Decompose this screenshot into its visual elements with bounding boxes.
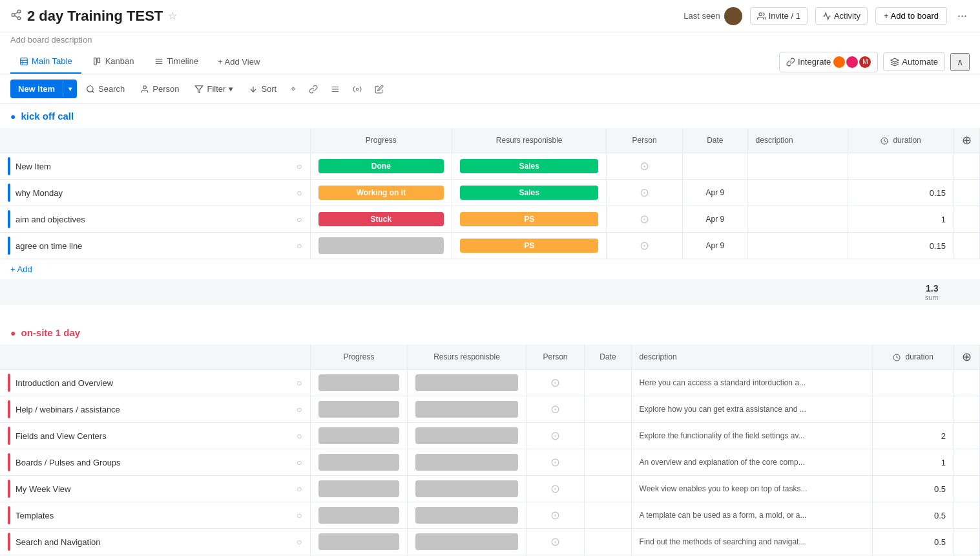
- date-cell: Apr 9: [683, 180, 747, 206]
- invite-button[interactable]: Invite / 1: [750, 7, 808, 25]
- add-row[interactable]: + Add: [0, 259, 980, 280]
- comment-icon[interactable]: ○: [297, 457, 302, 467]
- col-header-resurs: Resurs responisble: [452, 128, 607, 153]
- person-avatar[interactable]: ⊙: [614, 159, 674, 173]
- row-color-bar: [8, 506, 10, 524]
- pin-icon-button[interactable]: ⌖: [286, 80, 301, 98]
- resurs-badge[interactable]: [415, 480, 517, 497]
- board-description[interactable]: Add board description: [0, 32, 980, 50]
- more-options-button[interactable]: ···: [955, 6, 970, 25]
- col-header-desc: description: [631, 345, 872, 370]
- collapse-button[interactable]: ∧: [950, 53, 970, 71]
- group-header-kick-off-call[interactable]: ● kick off call: [0, 104, 980, 128]
- row-color-bar: [8, 237, 10, 255]
- share-icon[interactable]: [10, 9, 22, 23]
- table-row: New Item ○ Done Sales ⊙: [0, 153, 980, 180]
- row-label: Help / webinars / assistance: [16, 405, 120, 414]
- person-avatar[interactable]: ⊙: [614, 239, 674, 253]
- desc-cell: [747, 153, 848, 180]
- row-label: New Item: [16, 162, 51, 171]
- status-badge[interactable]: [318, 374, 400, 391]
- group-toggle-icon[interactable]: ●: [10, 111, 16, 122]
- resurs-badge[interactable]: Sales: [460, 186, 598, 200]
- col-header-desc: description: [747, 128, 848, 153]
- tabs-left: Main Table Kanban Timeline + Add View: [10, 50, 267, 74]
- edit-icon-button[interactable]: [370, 81, 389, 98]
- col-add-button[interactable]: ⊕: [954, 128, 980, 153]
- row-color-bar: [8, 210, 10, 228]
- status-badge[interactable]: Done: [318, 159, 444, 173]
- person-avatar[interactable]: ⊙: [614, 186, 674, 200]
- date-cell: Apr 9: [683, 206, 747, 233]
- comment-icon[interactable]: ○: [297, 431, 302, 441]
- automate-button[interactable]: Automate: [883, 52, 945, 71]
- person-avatar[interactable]: ⊙: [534, 376, 577, 390]
- person-button[interactable]: Person: [134, 80, 185, 98]
- resurs-badge[interactable]: [415, 507, 517, 524]
- tab-main-table[interactable]: Main Table: [10, 50, 81, 74]
- duration-cell: [873, 396, 954, 423]
- person-avatar[interactable]: ⊙: [534, 455, 577, 469]
- status-badge[interactable]: [318, 401, 400, 418]
- new-item-label: New Item: [10, 80, 63, 98]
- status-badge[interactable]: [318, 427, 400, 444]
- new-item-dropdown-arrow[interactable]: ▾: [63, 81, 77, 97]
- row-color-bar: [8, 533, 10, 551]
- add-view-button[interactable]: + Add View: [210, 50, 267, 73]
- resurs-badge[interactable]: PS: [460, 212, 598, 226]
- date-cell: [585, 396, 631, 423]
- status-badge[interactable]: [318, 480, 400, 497]
- apps-icon-button[interactable]: [348, 81, 367, 98]
- group-header-on-site[interactable]: ● on-site 1 day: [0, 321, 980, 345]
- comment-icon[interactable]: ○: [297, 510, 302, 520]
- person-avatar[interactable]: ⊙: [534, 429, 577, 443]
- resurs-badge[interactable]: PS: [460, 239, 598, 253]
- comment-icon[interactable]: ○: [297, 214, 302, 224]
- status-badge-empty[interactable]: [318, 237, 444, 254]
- col-add-button[interactable]: ⊕: [954, 345, 980, 370]
- person-avatar[interactable]: ⊙: [534, 535, 577, 549]
- comment-icon[interactable]: ○: [297, 241, 302, 251]
- resurs-badge[interactable]: Sales: [460, 159, 598, 173]
- desc-cell: [747, 206, 848, 233]
- group-toggle-icon[interactable]: ●: [10, 328, 16, 338]
- svg-point-5: [759, 12, 762, 16]
- add-row-button[interactable]: + Add: [0, 259, 980, 279]
- table-row: aim and objectives ○ Stuck PS ⊙ Apr 9 1: [0, 206, 980, 233]
- filter-button[interactable]: Filter ▾: [188, 80, 240, 98]
- svg-line-16: [92, 91, 94, 92]
- status-badge[interactable]: Stuck: [318, 212, 444, 226]
- person-avatar[interactable]: ⊙: [614, 212, 674, 226]
- person-avatar[interactable]: ⊙: [534, 508, 577, 522]
- desc-cell: Find out the methods of searching and na…: [631, 529, 872, 555]
- status-badge[interactable]: [318, 507, 400, 524]
- resurs-badge[interactable]: [415, 427, 517, 444]
- comment-icon[interactable]: ○: [297, 187, 302, 198]
- tab-kanban[interactable]: Kanban: [84, 50, 143, 74]
- status-badge[interactable]: [318, 533, 400, 550]
- link-icon-button[interactable]: [304, 81, 323, 98]
- star-icon[interactable]: ☆: [168, 10, 177, 22]
- toolbar: New Item ▾ Search Person Filter ▾ Sort ⌖: [0, 74, 980, 104]
- activity-button[interactable]: Activity: [815, 7, 868, 25]
- comment-icon[interactable]: ○: [297, 537, 302, 547]
- comment-icon[interactable]: ○: [297, 161, 302, 171]
- search-button[interactable]: Search: [79, 80, 131, 98]
- comment-icon[interactable]: ○: [297, 378, 302, 388]
- tab-timeline[interactable]: Timeline: [145, 50, 207, 74]
- status-badge[interactable]: [318, 454, 400, 471]
- integrate-button[interactable]: Integrate M: [779, 52, 878, 72]
- status-badge[interactable]: Working on it: [318, 186, 444, 200]
- resurs-badge[interactable]: [415, 533, 517, 550]
- new-item-button[interactable]: New Item ▾: [10, 80, 77, 98]
- resurs-badge[interactable]: [415, 401, 517, 418]
- resurs-badge[interactable]: [415, 374, 517, 391]
- resurs-badge[interactable]: [415, 454, 517, 471]
- person-avatar[interactable]: ⊙: [534, 402, 577, 416]
- comment-icon[interactable]: ○: [297, 484, 302, 494]
- comment-icon[interactable]: ○: [297, 404, 302, 414]
- rows-icon-button[interactable]: [326, 81, 345, 98]
- person-avatar[interactable]: ⊙: [534, 482, 577, 496]
- add-to-board-button[interactable]: + Add to board: [875, 7, 947, 25]
- sort-button[interactable]: Sort: [242, 80, 283, 98]
